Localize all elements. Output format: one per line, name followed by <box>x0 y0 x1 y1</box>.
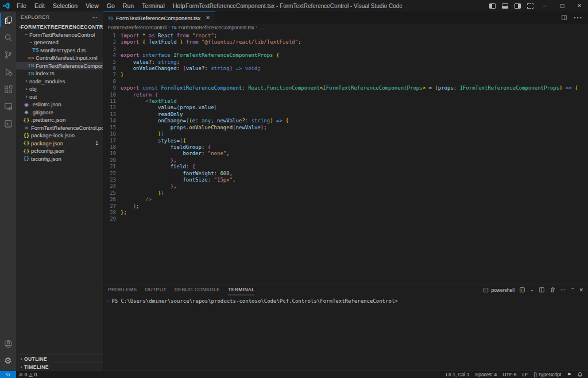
tree-item--prettierrc-json[interactable]: {}.prettierrc.json <box>16 116 103 124</box>
status-utf-8[interactable]: UTF-8 <box>500 371 519 378</box>
minimize-button[interactable]: ─ <box>536 0 554 11</box>
code-line[interactable]: 18 fieldGroup: { <box>103 144 588 151</box>
tree-item-node-modules[interactable]: ›node_modules <box>16 78 103 86</box>
activity-remote-explorer[interactable] <box>0 98 16 115</box>
status-ln-1-col-1[interactable]: Ln 1, Col 1 <box>443 371 472 378</box>
close-panel-icon[interactable]: ✕ <box>579 287 583 293</box>
menu-run[interactable]: Run <box>119 0 138 11</box>
menu-file[interactable]: File <box>13 0 30 11</box>
menu-help[interactable]: Help <box>169 0 189 11</box>
feedback-icon[interactable]: ⚑ <box>564 371 574 378</box>
tab-close-icon[interactable]: ✕ <box>206 15 210 21</box>
panel-tab-terminal[interactable]: TERMINAL <box>228 284 254 295</box>
code-line[interactable]: 19 border: "none", <box>103 151 588 157</box>
code-line[interactable]: 3 <box>103 46 588 52</box>
panel-tab-output[interactable]: OUTPUT <box>145 284 166 295</box>
customize-layout-icon[interactable] <box>524 0 536 11</box>
code-line[interactable]: 21 field: { <box>103 164 588 170</box>
menu-view[interactable]: View <box>82 0 103 11</box>
code-line[interactable]: 22 fontWeight: 600, <box>103 171 588 177</box>
breadcrumb-file[interactable]: FormTextReferenceComponent.tsx <box>179 25 254 30</box>
breadcrumb-folder[interactable]: FormTextReferenceControl <box>108 25 167 30</box>
tree-item-manifesttypes-d-ts[interactable]: TSManifestTypes.d.ts <box>16 47 103 55</box>
code-line[interactable]: 4export interface IFormTextReferenceComp… <box>103 52 588 59</box>
new-terminal-icon[interactable] <box>519 287 525 293</box>
menu-selection[interactable]: Selection <box>49 0 82 11</box>
terminal[interactable]: ○ PS C:\Users\dminer\source\repos\produc… <box>103 295 588 371</box>
code-line[interactable]: 8 <box>103 79 588 85</box>
maximize-button[interactable]: ▢ <box>554 0 571 11</box>
code-line[interactable]: 17 styles={{ <box>103 138 588 144</box>
code-line[interactable]: 7} <box>103 72 588 78</box>
chevron-down-icon[interactable]: ⌄ <box>530 287 534 292</box>
code-line[interactable]: 11 <TextField <box>103 98 588 105</box>
toggle-sidebar-icon[interactable] <box>486 0 498 11</box>
activity-explorer[interactable] <box>0 11 16 29</box>
code-line[interactable]: 9export const FormTextReferenceComponent… <box>103 85 588 91</box>
code-line[interactable]: 1import * as React from "react"; <box>103 33 588 39</box>
activity-run-debug[interactable] <box>0 63 16 80</box>
tab-formtextreferencecomponent[interactable]: TS FormTextReferenceComponent.tsx ✕ <box>103 11 215 24</box>
tree-item-formtextreferencecontrol-pcfproj[interactable]: ≣FormTextReferenceControl.pcfproj <box>16 124 103 132</box>
tree-item-tsconfig-json[interactable]: {}tsconfig.json <box>16 155 103 163</box>
tree-item-controlmanifest-input-xml[interactable]: <>ControlManifest.Input.xml <box>16 54 103 62</box>
problems-indicator[interactable]: ⊘ 0 △ 0 <box>16 371 40 378</box>
tree-item-pcfconfig-json[interactable]: {}pcfconfig.json <box>16 147 103 155</box>
activity-console[interactable] <box>0 115 16 132</box>
code-line[interactable]: 13 readOnly <box>103 111 588 118</box>
code-line[interactable]: 12 value={props.value} <box>103 105 588 111</box>
editor-more-icon[interactable]: ⋯ <box>573 12 582 23</box>
tree-item--eslintrc-json[interactable]: ◉.eslintrc.json <box>16 101 103 109</box>
tree-item-formtextreferencecomponent-tsx[interactable]: TSFormTextReferenceComponent.tsx <box>16 62 103 70</box>
close-button[interactable]: ✕ <box>571 0 588 11</box>
tree-item-package-lock-json[interactable]: {}package-lock.json <box>16 132 103 140</box>
code-line[interactable]: 27 ); <box>103 203 588 210</box>
more-icon[interactable]: ⋯ <box>560 287 566 293</box>
remote-indicator[interactable] <box>0 371 16 378</box>
activity-account[interactable] <box>0 335 16 352</box>
tree-item-package-json[interactable]: {}package.json1 <box>16 140 103 148</box>
activity-source-control[interactable] <box>0 46 16 63</box>
panel-tab-debug-console[interactable]: DEBUG CONSOLE <box>175 284 220 295</box>
menu-go[interactable]: Go <box>103 0 119 11</box>
toggle-panel-icon[interactable] <box>498 0 511 11</box>
tree-item-out[interactable]: ›out <box>16 93 103 101</box>
code-line[interactable]: 25 }} <box>103 190 588 196</box>
activity-settings[interactable]: ⚙ <box>0 352 16 369</box>
status--typescript[interactable]: {} TypeScript <box>531 371 564 378</box>
activity-extensions[interactable] <box>0 80 16 98</box>
tree-item-generated[interactable]: ›generated <box>16 38 103 47</box>
terminal-instance-powershell[interactable]: powershell <box>483 287 514 293</box>
tree-item-obj[interactable]: ›obj <box>16 85 103 93</box>
code-line[interactable]: 28}; <box>103 210 588 216</box>
status-lf[interactable]: LF <box>519 371 531 378</box>
section-timeline[interactable]: ›TIMELINE <box>16 362 103 371</box>
panel-tab-problems[interactable]: PROBLEMS <box>108 284 137 295</box>
activity-search[interactable] <box>0 29 16 46</box>
menu-terminal[interactable]: Terminal <box>138 0 169 11</box>
code-line[interactable]: 2import { TextField } from "@fluentui/re… <box>103 39 588 45</box>
status-spaces-4[interactable]: Spaces: 4 <box>473 371 500 378</box>
tree-item-index-ts[interactable]: TSindex.ts <box>16 70 103 78</box>
split-terminal-icon[interactable] <box>539 287 545 293</box>
trash-icon[interactable] <box>550 287 556 293</box>
breadcrumb-more[interactable]: … <box>259 25 264 30</box>
split-editor-icon[interactable] <box>561 14 567 21</box>
tree-item--gitignore[interactable]: ◆.gitignore <box>16 109 103 117</box>
code-editor[interactable]: 1import * as React from "react";2import … <box>103 31 588 284</box>
explorer-more-icon[interactable]: ⋯ <box>92 14 99 21</box>
code-line[interactable]: 6 onValueChanged: (value?: string) => vo… <box>103 65 588 72</box>
section-outline[interactable]: ›OUTLINE <box>16 354 103 362</box>
code-line[interactable]: 24 }, <box>103 183 588 190</box>
code-line[interactable]: 10 return ( <box>103 92 588 98</box>
maximize-panel-icon[interactable]: ⌃ <box>571 287 575 292</box>
tree-item-formtextreferencecontrol[interactable]: ›FORMTEXTREFERENCECONTROL <box>16 23 103 31</box>
code-line[interactable]: 5 value?: string; <box>103 59 588 65</box>
code-line[interactable]: 15 props.onValueChanged(newValue); <box>103 125 588 131</box>
code-line[interactable]: 20 }, <box>103 157 588 164</box>
bell-icon[interactable] <box>574 371 586 378</box>
code-line[interactable]: 23 fontSize: "15px", <box>103 177 588 183</box>
code-line[interactable]: 16 }} <box>103 131 588 137</box>
code-line[interactable]: 14 onChange={(e: any, newValue?: string)… <box>103 118 588 124</box>
code-line[interactable]: 26 /> <box>103 196 588 203</box>
